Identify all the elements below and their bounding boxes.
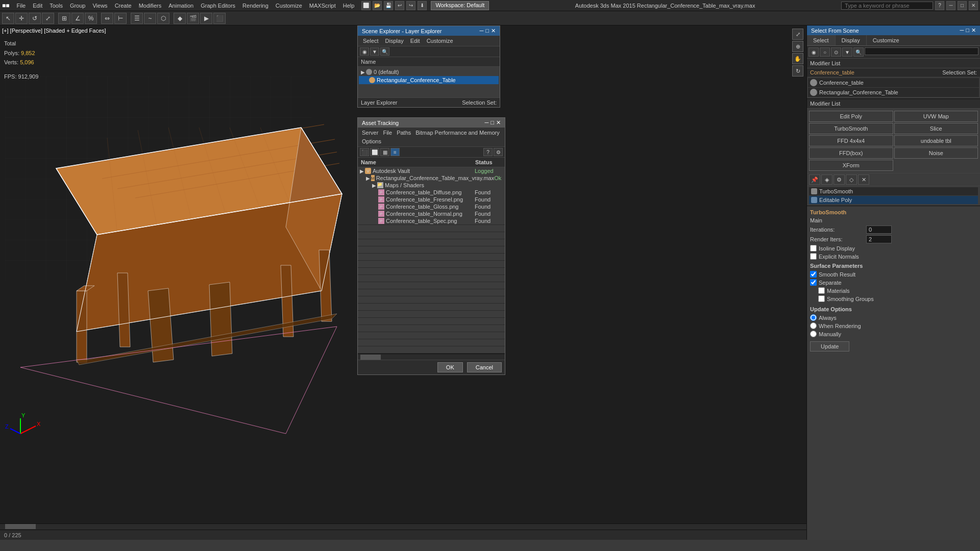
at-row-gloss[interactable]: P Conference_table_Gloss.png Found [358,203,505,210]
config-mods-icon[interactable]: ⚙ [834,174,845,185]
sfs-filter[interactable]: ▼ [842,47,852,57]
scene-item-conference-table[interactable]: Conference_table [808,78,979,87]
se-tb-select-all[interactable]: ◉ [360,47,369,56]
se-item-rect-table[interactable]: Rectangular_Conference_Table [359,76,499,84]
menu-file[interactable]: File [14,2,29,10]
always-radio[interactable] [810,314,817,321]
se-menu-select[interactable]: Select [360,37,382,45]
menu-graph-editors[interactable]: Graph Editors [198,2,238,10]
at-maximize-btn[interactable]: □ [491,119,494,126]
new-icon[interactable]: ⬜ [361,1,371,10]
remove-mod-icon[interactable]: ✕ [858,174,869,185]
menu-rendering[interactable]: Rendering [239,2,272,10]
iterations-input[interactable] [866,226,892,234]
separate-checkbox[interactable] [810,279,817,286]
at-row-vault[interactable]: ▶ V Autodesk Vault Logged [358,167,505,174]
curve-editor-icon[interactable]: ~ [144,13,156,24]
orbit-btn[interactable]: ↻ [792,65,803,77]
menu-help[interactable]: Help [340,2,358,10]
render-setup-icon[interactable]: 🎬 [187,13,199,24]
make-unique-icon[interactable]: ◇ [846,174,857,185]
scene-item-rect-table[interactable]: Rectangular_Conference_Table [808,88,979,97]
material-editor-icon[interactable]: ◆ [174,13,186,24]
se-menu-customize[interactable]: Customize [424,37,456,45]
stack-item-editable-poly[interactable]: Editable Poly [809,196,978,204]
snap-toggle[interactable]: ⊞ [58,13,70,24]
at-menu-paths[interactable]: Paths [395,129,413,137]
se-maximize-btn[interactable]: □ [485,28,489,34]
at-ok-btn[interactable]: OK [437,362,463,372]
select-scene-minimize[interactable]: ─ [960,27,964,34]
render-icon[interactable]: ▶ [200,13,212,24]
pin-stack-icon[interactable]: 📌 [809,174,820,185]
viewport-scrollbar[interactable] [0,523,806,530]
se-item-default-layer[interactable]: ▶ 0 (default) [359,68,499,76]
at-minimize-btn[interactable]: ─ [485,119,489,126]
smooth-result-checkbox[interactable] [810,271,817,278]
angle-snap[interactable]: ∠ [71,13,84,24]
undoable-btn[interactable]: undoable tbl [894,135,978,146]
select-icon[interactable]: ↖ [2,13,14,24]
mirror-icon[interactable]: ⇔ [101,13,113,24]
redo-icon[interactable]: ↪ [406,1,415,10]
percent-snap[interactable]: % [85,13,97,24]
zoom-region-btn[interactable]: ⊕ [792,41,803,52]
at-row-normal[interactable]: P Conference_table_Normal.png Found [358,210,505,217]
stack-item-turbosmooth[interactable]: TurboSmooth [809,187,978,195]
tab-display[interactable]: Display [836,35,867,45]
se-menu-display[interactable]: Display [382,37,407,45]
materials-checkbox[interactable] [818,287,825,294]
smoothing-groups-checkbox[interactable] [818,295,825,302]
save-icon[interactable]: 💾 [384,1,393,10]
render-active-icon[interactable]: ⬛ [213,13,226,24]
menu-modifiers[interactable]: Modifiers [136,2,165,10]
menu-customize[interactable]: Customize [273,2,305,10]
at-menu-options[interactable]: Options [360,137,383,145]
at-row-maxfile[interactable]: ▶ M Rectangular_Conference_Table_max_vra… [358,174,505,182]
zoom-extents-btn[interactable]: ⤢ [792,29,803,40]
selection-set-input[interactable] [865,47,978,55]
at-cancel-btn[interactable]: Cancel [467,362,502,372]
schematic-icon[interactable]: ⬡ [157,13,169,24]
pan-btn[interactable]: ✋ [792,53,803,64]
uvw-map-btn[interactable]: UVW Map [894,111,978,122]
menu-edit[interactable]: Edit [30,2,45,10]
sfs-select-none[interactable]: ○ [820,47,830,57]
import-icon[interactable]: ⬇ [418,1,427,10]
rotate-icon[interactable]: ↺ [29,13,41,24]
ffdbox-btn[interactable]: FFD(box) [809,147,893,159]
sfs-find[interactable]: 🔍 [853,47,864,57]
at-row-maps[interactable]: ▶ 📁 Maps / Shaders [358,182,505,189]
explicit-normals-checkbox[interactable] [810,253,817,260]
at-tb-btn2[interactable]: ⬜ [370,148,379,156]
at-tb-btn4[interactable]: ≡ [390,148,400,156]
se-tb-filter[interactable]: ▼ [370,47,379,56]
menu-animation[interactable]: Animation [165,2,197,10]
at-row-fresnel[interactable]: P Conference_table_Fresnel.png Found [358,196,505,203]
se-tb-search[interactable]: 🔍 [380,47,389,56]
sfs-select-invert[interactable]: ⊙ [831,47,841,57]
workspace-button[interactable]: Workspace: Default [431,1,489,10]
menu-create[interactable]: Create [112,2,135,10]
turbosmooth-btn[interactable]: TurboSmooth [809,123,893,134]
at-menu-server[interactable]: Server [360,129,380,137]
isoline-checkbox[interactable] [810,245,817,252]
tab-customize[interactable]: Customize [867,35,905,45]
menu-maxscript[interactable]: MAXScript [306,2,339,10]
se-close-btn[interactable]: ✕ [491,28,496,34]
render-iters-input[interactable] [866,235,892,243]
at-tb-btn1[interactable]: ⬛ [360,148,369,156]
search-input[interactable] [841,2,933,10]
select-scene-close[interactable]: ✕ [971,27,976,34]
edit-poly-btn[interactable]: Edit Poly [809,111,893,122]
when-rendering-radio[interactable] [810,322,817,329]
select-scene-maximize[interactable]: □ [966,27,969,34]
se-minimize-btn[interactable]: ─ [480,28,484,34]
update-button[interactable]: Update [810,341,849,352]
at-tb-btn3[interactable]: ▦ [380,148,389,156]
at-menu-bitmap[interactable]: Bitmap Performance and Memory [413,129,501,137]
slice-btn[interactable]: Slice [894,123,978,134]
layer-manager-icon[interactable]: ☰ [131,13,143,24]
maximize-icon[interactable]: □ [958,1,967,10]
se-menu-edit[interactable]: Edit [407,37,423,45]
